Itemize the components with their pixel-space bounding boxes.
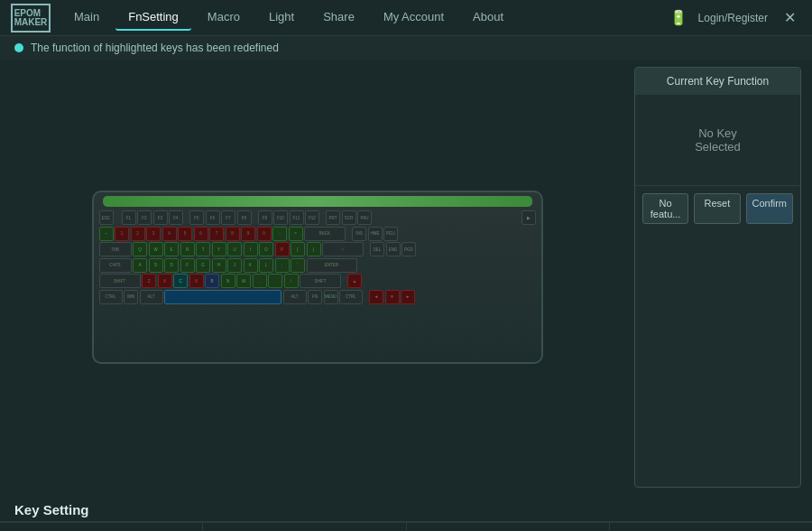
key-8[interactable]: 8 bbox=[226, 227, 240, 241]
key-lbracket[interactable]: [ bbox=[291, 242, 305, 256]
key-3[interactable]: 3 bbox=[146, 227, 161, 241]
key-y[interactable]: Y bbox=[212, 242, 226, 256]
key-x[interactable]: X bbox=[158, 274, 172, 288]
key-lalt[interactable]: ALT bbox=[140, 290, 163, 304]
key-j[interactable]: J bbox=[227, 258, 242, 273]
reset-key-button[interactable]: Reset bbox=[694, 193, 740, 224]
key-down[interactable]: ▼ bbox=[385, 290, 400, 304]
key-f5[interactable]: F5 bbox=[189, 210, 204, 225]
key-u[interactable]: U bbox=[227, 242, 242, 256]
key-f2[interactable]: F2 bbox=[137, 210, 152, 225]
key-backslash[interactable]: \ bbox=[322, 242, 364, 256]
key-slash[interactable]: / bbox=[284, 274, 299, 288]
key-quote[interactable]: ' bbox=[291, 258, 305, 273]
key-dot[interactable]: . bbox=[268, 274, 282, 288]
key-a[interactable]: A bbox=[133, 258, 147, 273]
key-b[interactable]: B bbox=[205, 274, 219, 288]
key-space[interactable] bbox=[164, 290, 281, 304]
key-tilde[interactable]: ~ bbox=[99, 227, 114, 241]
key-p[interactable]: P bbox=[275, 242, 290, 256]
key-fn[interactable]: FN bbox=[308, 290, 322, 304]
tab-fnsetting[interactable]: FnSetting bbox=[115, 5, 191, 31]
tab-main[interactable]: Main bbox=[61, 5, 112, 31]
key-i[interactable]: I bbox=[244, 242, 258, 256]
key-tab[interactable]: TAB bbox=[99, 242, 132, 256]
key-lwin[interactable]: WIN bbox=[124, 290, 138, 304]
key-enter[interactable]: ENTER bbox=[307, 258, 357, 273]
key-ins[interactable]: INS bbox=[352, 227, 366, 241]
key-backspace[interactable]: BACK bbox=[304, 227, 346, 241]
key-rctrl[interactable]: CTRL bbox=[339, 290, 363, 304]
key-1[interactable]: 1 bbox=[115, 227, 129, 241]
key-comma[interactable]: , bbox=[253, 274, 267, 288]
key-f4[interactable]: F4 bbox=[169, 210, 183, 225]
key-2[interactable]: 2 bbox=[131, 227, 145, 241]
key-lctrl[interactable]: CTRL bbox=[99, 290, 123, 304]
key-right[interactable]: ► bbox=[401, 290, 415, 304]
key-m[interactable]: M bbox=[236, 274, 251, 288]
no-feature-button[interactable]: No featu... bbox=[642, 193, 688, 224]
login-register-link[interactable]: Login/Register bbox=[698, 12, 768, 24]
key-v[interactable]: V bbox=[189, 274, 204, 288]
key-o[interactable]: O bbox=[259, 242, 273, 256]
key-menu[interactable]: MENU bbox=[324, 290, 338, 304]
key-del[interactable]: DEL bbox=[370, 242, 384, 256]
key-n[interactable]: N bbox=[221, 274, 235, 288]
key-s[interactable]: S bbox=[149, 258, 163, 273]
key-4[interactable]: 4 bbox=[162, 227, 177, 241]
key-f1[interactable]: F1 bbox=[122, 210, 136, 225]
key-9[interactable]: 9 bbox=[241, 227, 255, 241]
key-f12[interactable]: F12 bbox=[305, 210, 319, 225]
key-vol[interactable]: ▶ bbox=[521, 210, 536, 225]
key-end[interactable]: END bbox=[386, 242, 401, 256]
tab-about[interactable]: About bbox=[460, 5, 516, 31]
key-f3[interactable]: F3 bbox=[153, 210, 168, 225]
key-5[interactable]: 5 bbox=[178, 227, 192, 241]
tab-share[interactable]: Share bbox=[310, 5, 367, 31]
tab-myaccount[interactable]: My Account bbox=[371, 5, 457, 31]
key-f8[interactable]: F8 bbox=[237, 210, 252, 225]
key-w[interactable]: W bbox=[149, 242, 163, 256]
key-g[interactable]: G bbox=[196, 258, 210, 273]
tab-macro[interactable]: Macro bbox=[195, 5, 253, 31]
key-c[interactable]: C bbox=[173, 274, 188, 288]
key-pgup[interactable]: PGU bbox=[383, 227, 398, 241]
key-z[interactable]: Z bbox=[142, 274, 156, 288]
key-scroll[interactable]: SCR bbox=[342, 210, 356, 225]
key-up[interactable]: ▲ bbox=[347, 274, 362, 288]
key-d[interactable]: D bbox=[164, 258, 179, 273]
key-f10[interactable]: F10 bbox=[273, 210, 288, 225]
tab-light[interactable]: Light bbox=[256, 5, 307, 31]
confirm-button[interactable]: Confirm bbox=[746, 193, 794, 224]
key-f6[interactable]: F6 bbox=[206, 210, 220, 225]
key-0[interactable]: 0 bbox=[257, 227, 272, 241]
key-esc[interactable]: ESC bbox=[99, 210, 114, 225]
key-q[interactable]: Q bbox=[133, 242, 147, 256]
close-button[interactable]: ✕ bbox=[779, 7, 801, 28]
key-l[interactable]: L bbox=[259, 258, 273, 273]
key-f9[interactable]: F9 bbox=[258, 210, 272, 225]
key-rshift[interactable]: SHIFT bbox=[300, 274, 341, 288]
key-rbracket[interactable]: ] bbox=[307, 242, 321, 256]
key-f11[interactable]: F11 bbox=[290, 210, 304, 225]
key-e[interactable]: E bbox=[164, 242, 179, 256]
key-k[interactable]: K bbox=[244, 258, 258, 273]
key-f7[interactable]: F7 bbox=[221, 210, 235, 225]
key-minus[interactable]: - bbox=[272, 227, 287, 241]
key-semi[interactable]: ; bbox=[275, 258, 290, 273]
key-caps[interactable]: CAPS bbox=[99, 258, 132, 273]
key-home[interactable]: HME bbox=[368, 227, 383, 241]
key-equal[interactable]: = bbox=[289, 227, 303, 241]
key-pgdn[interactable]: PGD bbox=[401, 242, 416, 256]
key-h[interactable]: H bbox=[212, 258, 226, 273]
key-6[interactable]: 6 bbox=[194, 227, 208, 241]
key-r[interactable]: R bbox=[180, 242, 195, 256]
key-7[interactable]: 7 bbox=[209, 227, 224, 241]
key-t[interactable]: T bbox=[196, 242, 210, 256]
key-lshift[interactable]: SHIFT bbox=[99, 274, 141, 288]
key-prtsc[interactable]: PRT bbox=[326, 210, 340, 225]
key-f[interactable]: F bbox=[180, 258, 195, 273]
key-ralt[interactable]: ALT bbox=[283, 290, 307, 304]
key-left[interactable]: ◄ bbox=[369, 290, 383, 304]
key-pause[interactable]: PAU bbox=[357, 210, 372, 225]
